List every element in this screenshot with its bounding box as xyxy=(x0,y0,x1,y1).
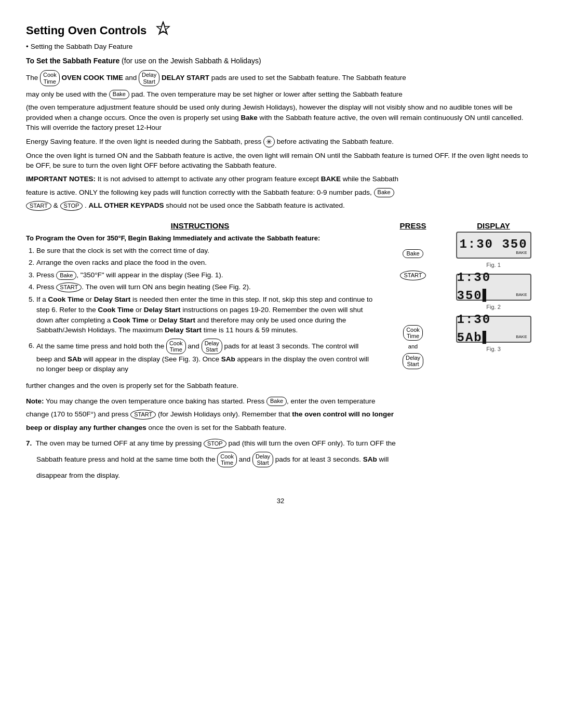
instructions-section: INSTRUCTIONS PRESS DISPLAY To Program th… xyxy=(26,220,535,376)
fig1-label: Fig. 1 xyxy=(486,261,501,269)
and-text: and xyxy=(408,343,418,351)
important-notes: IMPORTANT NOTES: It is not advised to at… xyxy=(26,174,535,184)
press-bake: Bake xyxy=(403,249,423,258)
start-btn-change: START xyxy=(130,410,156,420)
cursor-fig2: ▌ xyxy=(483,289,491,303)
svg-line-3 xyxy=(163,22,166,32)
bake-label-fig2: BAKE xyxy=(516,292,527,298)
display-fig1: 1:30 350 BAKE xyxy=(456,232,531,259)
delay-start-btn-press: DelayStart xyxy=(403,353,423,369)
display-col: 1:30 350 BAKE Fig. 1 1:30 350▌ BAKE Fig.… xyxy=(452,232,535,376)
instr-heading: To Program the Oven for 350°F, Begin Bak… xyxy=(26,234,374,244)
step7-para: 7. The oven may be turned OFF at any tim… xyxy=(26,438,535,449)
bake-btn-press1: Bake xyxy=(403,249,423,258)
title-row: Setting Oven Controls xyxy=(26,21,535,41)
start-btn-step4: START xyxy=(56,282,82,292)
delay-start-btn-inline: DelayStart xyxy=(139,70,159,86)
bake-btn-step3: Bake xyxy=(56,271,76,280)
stop-btn-keypads: STOP xyxy=(60,201,83,211)
svg-line-1 xyxy=(160,22,163,32)
stop-btn-step7: STOP xyxy=(204,439,226,449)
bake-label-fig3: BAKE xyxy=(516,334,527,340)
step6: At the same time press and hold both the… xyxy=(36,339,374,374)
para5: Once the oven light is turned ON and the… xyxy=(26,151,535,171)
disappear-para: disappear from the display. xyxy=(36,470,535,481)
cook-time-btn-step6: CookTime xyxy=(166,339,186,354)
delay-start-btn-step6: DelayStart xyxy=(202,339,222,354)
light-icon: ✳ xyxy=(263,136,275,147)
star-icon xyxy=(155,21,171,41)
para1: The CookTime OVEN COOK TIME and DelaySta… xyxy=(26,70,535,86)
cook-time-btn-press: CookTime xyxy=(403,325,423,341)
step5: If a Cook Time or Delay Start is needed … xyxy=(36,294,374,335)
page-number: 32 xyxy=(26,496,535,506)
bake-label-fig1: BAKE xyxy=(516,250,527,256)
further-text: further changes and the oven is properly… xyxy=(26,381,535,391)
step3: Press Bake, "350°F" will appear in the d… xyxy=(36,270,374,280)
press-start: START xyxy=(400,271,425,280)
page-title: Setting Oven Controls xyxy=(26,22,146,39)
bake-btn-note: Bake xyxy=(266,397,287,406)
step1: Be sure that the clock is set with the c… xyxy=(36,246,374,256)
display-fig2: 1:30 350▌ BAKE xyxy=(456,274,531,301)
instructions-col: To Program the Oven for 350°F, Begin Bak… xyxy=(26,232,374,376)
start-btn-press: START xyxy=(400,271,425,280)
cook-time-btn-inline: CookTime xyxy=(40,70,60,86)
start-btn-keypads: START xyxy=(26,201,51,211)
press-cook-delay: CookTime and DelayStart xyxy=(403,325,423,369)
sabbath-section-header: To Set the Sabbath Feature (for use on t… xyxy=(26,56,535,66)
para2: may only be used with the Bake pad. The … xyxy=(26,89,535,100)
subtitle-bullet: • Setting the Sabbath Day Feature xyxy=(26,42,535,52)
beep-para: beep or display any further changes once… xyxy=(26,423,535,433)
press-col: Bake START CookTime and DelayStart xyxy=(379,232,447,376)
delay-start-btn-step7: DelayStart xyxy=(252,452,273,467)
bake-btn-p2: Bake xyxy=(109,90,129,99)
display-header: DISPLAY xyxy=(452,220,535,232)
keypads-text: START & STOP . ALL OTHER KEYPADS should … xyxy=(26,200,535,211)
important-notes2: feature is active. ONLY the following ke… xyxy=(26,187,535,198)
para4: Energy Saving feature. If the oven light… xyxy=(26,136,535,147)
step2: Arrange the oven racks and place the foo… xyxy=(36,258,374,268)
step4: Press START. The oven will turn ON ans b… xyxy=(36,282,374,292)
para3: (the oven temperature adjustment feature… xyxy=(26,102,535,133)
note-para: Note: You may change the oven temperatur… xyxy=(26,396,535,407)
steps-list: Be sure that the clock is set with the c… xyxy=(36,246,374,374)
cook-time-btn-step7: CookTime xyxy=(217,452,237,467)
sabbath-off-para: Sabbath feature press and hold at the sa… xyxy=(36,452,535,467)
display-fig3: 1:30 5Ab▌ BAKE xyxy=(456,316,531,343)
press-header: PRESS xyxy=(379,220,447,232)
change-para: change (170 to 550F°) and press START (f… xyxy=(26,409,535,420)
instructions-header: INSTRUCTIONS xyxy=(26,220,374,232)
bake-btn-important: Bake xyxy=(374,188,394,197)
cursor-fig3: ▌ xyxy=(483,331,491,345)
